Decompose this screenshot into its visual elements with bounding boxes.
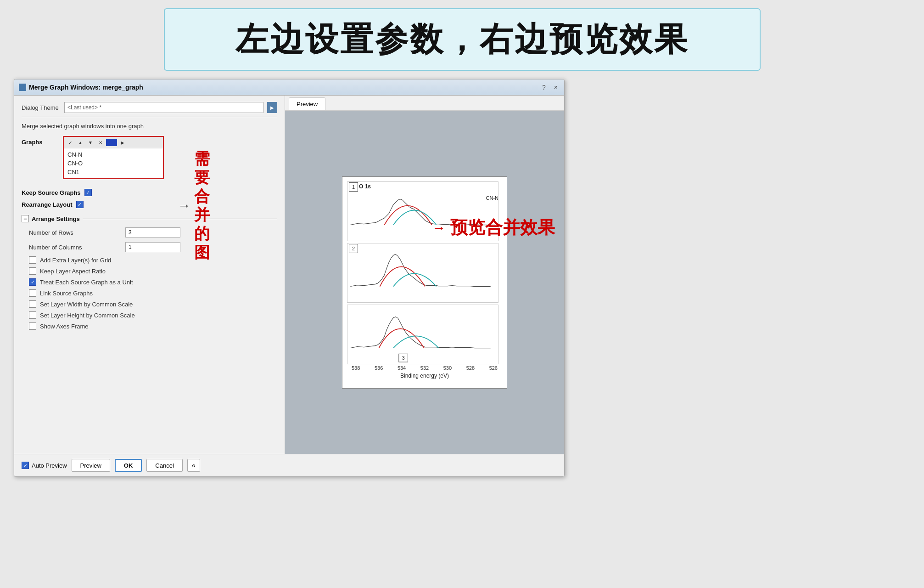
cols-row: Number of Columns bbox=[22, 240, 277, 254]
app-icon bbox=[19, 84, 26, 91]
x-label-534: 534 bbox=[398, 365, 406, 371]
collapse-button[interactable]: « bbox=[187, 459, 200, 472]
graphs-box-wrapper: ✓ ▲ ▼ ✕ ▶ CN-N CN-O CN1 bbox=[63, 136, 164, 179]
banner: 左边设置参数，右边预览效果 bbox=[164, 8, 761, 71]
graph-tool-blue[interactable] bbox=[106, 139, 117, 146]
cancel-button[interactable]: Cancel bbox=[146, 459, 182, 472]
graph1-cn-name: CN-N bbox=[486, 195, 499, 201]
preview-graph-container: 1 O 1s CN-N 2 bbox=[342, 176, 507, 389]
x-label-526: 526 bbox=[489, 365, 498, 371]
preview-annotation: → 预览合并效果 bbox=[432, 217, 555, 238]
theme-label: Dialog Theme bbox=[22, 104, 61, 111]
keep-aspect-checkbox[interactable] bbox=[29, 267, 36, 275]
left-panel: Dialog Theme ▶ Merge selected graph wind… bbox=[14, 96, 285, 454]
set-width-row: Set Layer Width by Common Scale bbox=[22, 299, 277, 310]
graph-tool-play[interactable]: ▶ bbox=[118, 138, 127, 147]
preview-area: 1 O 1s CN-N 2 bbox=[285, 111, 564, 454]
auto-preview-section: Auto Preview bbox=[22, 462, 67, 469]
x-label-536: 536 bbox=[375, 365, 383, 371]
x-label-532: 532 bbox=[420, 365, 429, 371]
rows-input[interactable] bbox=[125, 227, 180, 237]
link-source-checkbox[interactable] bbox=[29, 289, 36, 297]
graph-badge-2: 2 bbox=[349, 244, 358, 253]
theme-arrow-button[interactable]: ▶ bbox=[267, 102, 277, 113]
set-width-label: Set Layer Width by Common Scale bbox=[40, 301, 133, 308]
banner-text: 左边设置参数，右边预览效果 bbox=[235, 21, 689, 58]
graph-badge-1: 1 bbox=[349, 182, 358, 192]
ok-button[interactable]: OK bbox=[115, 459, 142, 472]
preview-button[interactable]: Preview bbox=[72, 459, 110, 472]
help-button[interactable]: ? bbox=[540, 83, 548, 92]
x-label-528: 528 bbox=[466, 365, 475, 371]
rows-cols-section: Number of Rows Number of Columns → 3行 → bbox=[22, 225, 277, 254]
keep-source-label: Keep Source Graphs bbox=[22, 189, 81, 196]
show-axes-label: Show Axes Frame bbox=[40, 323, 89, 330]
show-axes-row: Show Axes Frame bbox=[22, 321, 277, 332]
right-panel: Preview 1 O 1s CN-N bbox=[285, 96, 564, 454]
graph-panel-3: 3 bbox=[347, 305, 502, 364]
x-axis-labels: 538 536 534 532 530 528 526 bbox=[347, 365, 502, 371]
preview-tab[interactable]: Preview bbox=[289, 97, 325, 110]
close-button[interactable]: × bbox=[552, 83, 560, 92]
graph3-svg: 3 bbox=[347, 305, 498, 364]
svg-text:3: 3 bbox=[402, 355, 405, 361]
set-height-row: Set Layer Height by Common Scale bbox=[22, 310, 277, 321]
treat-each-checkbox[interactable] bbox=[29, 278, 36, 286]
set-height-label: Set Layer Height by Common Scale bbox=[40, 312, 135, 319]
dialog-window: Merge Graph Windows: merge_graph ? × Dia… bbox=[14, 79, 565, 477]
list-item[interactable]: CN-O bbox=[67, 159, 159, 168]
graph-tool-up[interactable]: ▲ bbox=[76, 138, 85, 147]
arrange-title: Arrange Settings bbox=[32, 215, 80, 222]
graph-panel-2: 2 bbox=[347, 243, 502, 303]
graph-tool-check[interactable]: ✓ bbox=[66, 138, 75, 147]
list-item[interactable]: CN1 bbox=[67, 168, 159, 176]
treat-each-label: Treat Each Source Graph as a Unit bbox=[40, 279, 133, 286]
graph-tool-x[interactable]: ✕ bbox=[96, 138, 105, 147]
set-width-checkbox[interactable] bbox=[29, 300, 36, 308]
graphs-section: Graphs ✓ ▲ ▼ ✕ ▶ CN-N CN-O bbox=[22, 136, 277, 179]
set-height-checkbox[interactable] bbox=[29, 311, 36, 319]
graphs-label: Graphs bbox=[22, 136, 58, 146]
dialog-content: Dialog Theme ▶ Merge selected graph wind… bbox=[14, 96, 564, 454]
dialog-title: Merge Graph Windows: merge_graph bbox=[29, 84, 143, 91]
link-source-row: Link Source Graphs bbox=[22, 288, 277, 299]
auto-preview-checkbox[interactable] bbox=[22, 462, 29, 469]
list-item[interactable]: CN-N bbox=[67, 150, 159, 159]
graphs-toolbar: ✓ ▲ ▼ ✕ ▶ bbox=[64, 137, 163, 148]
keep-source-row: Keep Source Graphs bbox=[22, 187, 277, 198]
extra-layer-checkbox[interactable] bbox=[29, 256, 36, 264]
link-source-label: Link Source Graphs bbox=[40, 290, 93, 297]
cols-input[interactable] bbox=[125, 242, 180, 252]
title-bar-left: Merge Graph Windows: merge_graph bbox=[19, 84, 143, 91]
dialog-subtitle: Merge selected graph windows into one gr… bbox=[22, 123, 277, 130]
x-label-530: 530 bbox=[443, 365, 452, 371]
graph1-o1s-label: O 1s bbox=[359, 183, 371, 190]
preview-tab-bar: Preview bbox=[285, 96, 564, 111]
preview-annotation-text: 预览合并效果 bbox=[450, 217, 555, 238]
title-bar: Merge Graph Windows: merge_graph ? × bbox=[14, 79, 564, 96]
rearrange-checkbox[interactable] bbox=[76, 201, 84, 208]
treat-each-row: Treat Each Source Graph as a Unit bbox=[22, 277, 277, 288]
rearrange-row: Rearrange Layout bbox=[22, 198, 277, 210]
graph-tool-down[interactable]: ▼ bbox=[86, 138, 95, 147]
theme-row: Dialog Theme ▶ bbox=[22, 102, 277, 117]
arrange-collapse-btn[interactable]: − bbox=[22, 215, 29, 222]
extra-layer-label: Add Extra Layer(s) for Grid bbox=[40, 257, 111, 264]
preview-arrow: → bbox=[432, 220, 446, 236]
x-label-538: 538 bbox=[352, 365, 360, 371]
show-axes-checkbox[interactable] bbox=[29, 322, 36, 330]
keep-source-checkbox[interactable] bbox=[84, 189, 92, 196]
rows-label: Number of Rows bbox=[29, 229, 125, 236]
title-bar-right: ? × bbox=[540, 83, 560, 92]
keep-aspect-row: Keep Layer Aspect Ratio bbox=[22, 266, 277, 277]
rows-row: Number of Rows bbox=[22, 225, 277, 240]
cols-label: Number of Columns bbox=[29, 244, 125, 251]
auto-preview-label: Auto Preview bbox=[32, 462, 67, 469]
extra-layer-row: Add Extra Layer(s) for Grid bbox=[22, 254, 277, 266]
arrange-header: − Arrange Settings bbox=[22, 215, 277, 222]
graphs-list-box: ✓ ▲ ▼ ✕ ▶ CN-N CN-O CN1 bbox=[63, 136, 164, 179]
theme-input[interactable] bbox=[64, 102, 263, 113]
keep-aspect-label: Keep Layer Aspect Ratio bbox=[40, 268, 106, 275]
graph2-svg bbox=[347, 243, 498, 303]
x-axis-title: Binding energy (eV) bbox=[347, 373, 502, 379]
